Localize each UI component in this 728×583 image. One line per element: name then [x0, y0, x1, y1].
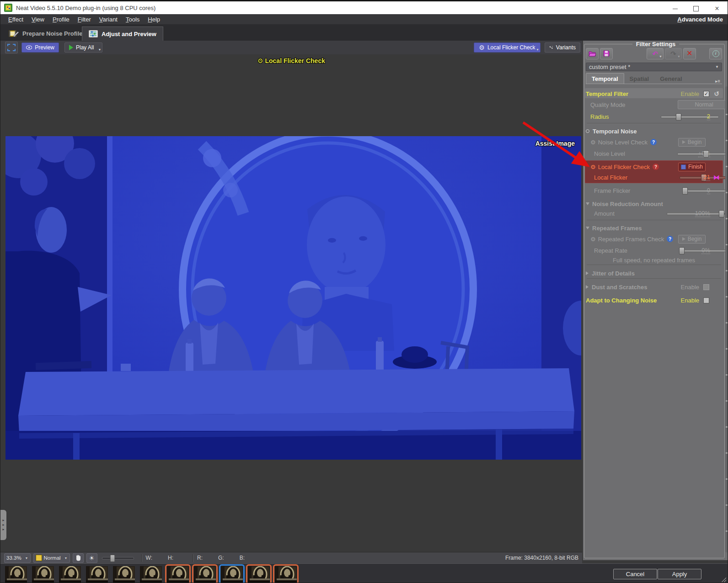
- panel-scroll-strip[interactable]: [725, 86, 728, 552]
- frame-flicker-value[interactable]: 0: [707, 187, 710, 194]
- help-icon[interactable]: ?: [653, 164, 659, 170]
- title-bar: Neat Video 5.5.10 Demo plug-in (using 8 …: [0, 0, 728, 14]
- minimize-button[interactable]: [664, 2, 685, 15]
- filmstrip-frame[interactable]: [5, 566, 27, 583]
- green-readout: G:: [218, 555, 224, 561]
- menu-effect[interactable]: Effect: [4, 16, 27, 23]
- chevron-right-icon[interactable]: [586, 285, 589, 289]
- slider-handle[interactable]: [719, 210, 724, 217]
- repeated-frames-title: Repeated Frames: [592, 225, 642, 232]
- blend-mode-select[interactable]: Normal ▼: [33, 553, 70, 563]
- fit-to-window-button[interactable]: [5, 42, 18, 53]
- preset-dropdown[interactable]: custom preset * ▼: [586, 63, 722, 71]
- filmstrip-frame[interactable]: [167, 566, 189, 583]
- slider-handle[interactable]: [676, 113, 681, 121]
- menu-profile[interactable]: Profile: [48, 16, 74, 23]
- filmstrip-frame[interactable]: [32, 566, 54, 583]
- maximize-button[interactable]: [685, 2, 707, 15]
- tab-spatial[interactable]: Spatial: [624, 74, 655, 84]
- jitter-of-details-title: Jitter of Details: [592, 270, 635, 277]
- advanced-mode-label[interactable]: Advanced Mode: [677, 16, 723, 23]
- resize-grip[interactable]: [722, 578, 726, 582]
- chevron-right-icon[interactable]: [586, 271, 589, 275]
- local-flicker-check-finish-button[interactable]: Finish: [678, 163, 706, 171]
- reset-icon[interactable]: ↺: [714, 90, 719, 97]
- chevron-down-icon[interactable]: [586, 227, 589, 229]
- filmstrip-frame[interactable]: [86, 566, 108, 583]
- menu-view[interactable]: View: [27, 16, 48, 23]
- close-button[interactable]: ×: [707, 2, 728, 15]
- slider-handle[interactable]: [682, 187, 688, 195]
- repeat-rate-value[interactable]: 0%: [701, 247, 710, 254]
- marker-icon[interactable]: ⧓: [713, 174, 720, 180]
- temporal-filter-enable-checkbox[interactable]: ✓: [703, 91, 709, 97]
- panel-menu-icon[interactable]: ▸≡: [715, 79, 722, 84]
- check-mode-dropdown-arrow[interactable]: ▼: [536, 48, 539, 51]
- filmstrip-frame[interactable]: [275, 566, 297, 583]
- menu-variant[interactable]: Variant: [95, 16, 122, 23]
- chevron-down-icon[interactable]: [586, 202, 589, 205]
- preview-button[interactable]: Preview: [21, 42, 59, 53]
- pan-tool-button[interactable]: [73, 553, 84, 563]
- redo-button[interactable]: ↷ ▼: [665, 48, 682, 59]
- amount-value[interactable]: 100%: [695, 210, 710, 217]
- preview-image[interactable]: Assist Image: [5, 136, 581, 460]
- cancel-button[interactable]: Cancel: [613, 569, 657, 579]
- undo-history-arrow[interactable]: ▼: [659, 55, 662, 58]
- dust-enable-checkbox[interactable]: [703, 284, 709, 290]
- local-flicker-value[interactable]: 21: [704, 174, 710, 181]
- load-preset-button[interactable]: [586, 48, 599, 59]
- panel-flyout-handle[interactable]: ▸ ▸ ▸: [0, 510, 6, 540]
- tab-general[interactable]: General: [654, 74, 687, 84]
- radius-slider[interactable]: [661, 113, 719, 120]
- gear-icon: ⚙: [586, 236, 596, 243]
- filter-info-button[interactable]: i: [709, 48, 722, 59]
- frame-flicker-slider[interactable]: [682, 187, 728, 194]
- menu-tools[interactable]: Tools: [122, 16, 144, 23]
- noise-level-check-begin-button[interactable]: Begin: [678, 138, 706, 147]
- variants-button[interactable]: Variants: [545, 42, 580, 53]
- play-all-button[interactable]: Play All ▼: [64, 42, 102, 53]
- help-icon[interactable]: ?: [650, 139, 657, 145]
- menu-filter[interactable]: Filter: [74, 16, 95, 23]
- help-icon[interactable]: ?: [667, 236, 673, 242]
- radius-value[interactable]: 2: [707, 113, 710, 120]
- filmstrip-frame[interactable]: [59, 566, 81, 583]
- preview-button-label: Preview: [35, 44, 54, 51]
- filmstrip-frame[interactable]: [194, 566, 216, 583]
- tab-prepare-noise-profile[interactable]: Prepare Noise Profile: [2, 26, 89, 41]
- apply-button[interactable]: Apply: [658, 569, 701, 579]
- check-mode-button[interactable]: ⚙ Local Flicker Check ▼: [474, 42, 541, 53]
- filmstrip-frame[interactable]: [113, 566, 135, 583]
- zoom-level-select[interactable]: 33.3% ▼: [4, 553, 31, 563]
- chevron-down-icon: ▼: [715, 65, 719, 69]
- variants-icon: [549, 44, 553, 51]
- save-preset-button[interactable]: [600, 48, 613, 59]
- quality-mode-dropdown[interactable]: Normal ▼: [678, 100, 728, 109]
- undo-button[interactable]: ↶ ▼: [647, 48, 664, 59]
- panel-title: Filter Settings: [583, 41, 728, 48]
- info-icon: i: [712, 50, 719, 57]
- preset-value: custom preset *: [589, 64, 630, 70]
- repeated-frames-check-begin-button[interactable]: Begin: [678, 235, 706, 244]
- amount-label: Amount: [586, 210, 615, 217]
- filmstrip-frame[interactable]: [221, 566, 243, 583]
- filmstrip-frame[interactable]: [248, 566, 270, 583]
- menu-help[interactable]: Help: [144, 16, 164, 23]
- preview-viewport[interactable]: ⚙ Local Flicker Check: [0, 54, 582, 552]
- noise-reduction-title: Noise Reduction Amount: [592, 201, 663, 207]
- repeat-rate-note: Full speed, no repeated frames: [613, 257, 695, 264]
- brightness-button[interactable]: ☀: [86, 553, 97, 563]
- noise-level-value[interactable]: +0%: [698, 150, 710, 157]
- tab-adjust-and-preview[interactable]: Adjust and Preview: [82, 26, 163, 41]
- filmstrip-frame[interactable]: [140, 566, 162, 583]
- stop-icon: [681, 164, 686, 170]
- tab-temporal[interactable]: Temporal: [586, 73, 624, 84]
- repeat-rate-label: Repeat Rate: [586, 247, 627, 254]
- reset-filter-button[interactable]: ✕: [683, 48, 696, 59]
- adapt-enable-checkbox[interactable]: [703, 297, 709, 303]
- brightness-slider[interactable]: [102, 555, 134, 561]
- play-all-dropdown-arrow[interactable]: ▼: [98, 48, 101, 51]
- slider-handle[interactable]: [110, 555, 115, 562]
- slider-handle[interactable]: [679, 247, 685, 254]
